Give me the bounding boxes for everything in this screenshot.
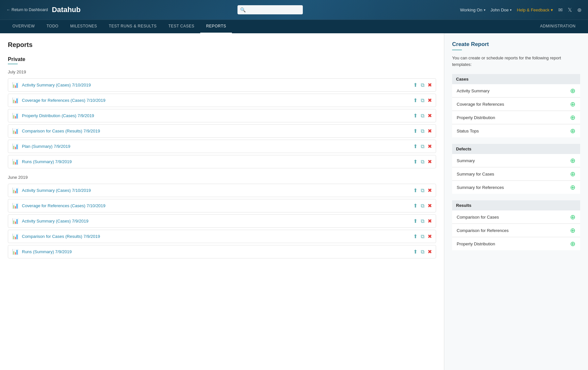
nav-test-cases[interactable]: TEST CASES	[162, 20, 200, 34]
user-caret: ▾	[510, 8, 512, 12]
delete-icon[interactable]: ✖	[428, 113, 432, 119]
table-row: 📊 Coverage for References (Cases) 7/10/2…	[8, 199, 436, 212]
share-icon[interactable]: ⬆	[413, 218, 417, 224]
list-item[interactable]: Comparison for Cases ⊕	[452, 210, 580, 224]
search-input[interactable]	[237, 5, 303, 14]
list-item[interactable]: Coverage for References ⊕	[452, 98, 580, 111]
add-icon[interactable]: ⊕	[570, 101, 576, 107]
copy-icon[interactable]: ⧉	[421, 249, 424, 255]
list-item[interactable]: Summary ⊕	[452, 154, 580, 167]
report-link[interactable]: Coverage for References (Cases) 7/10/201…	[22, 203, 413, 208]
add-icon[interactable]: ⊕	[570, 157, 576, 164]
rss-icon[interactable]: ⊛	[577, 7, 581, 13]
chart-icon: 📊	[12, 203, 19, 209]
add-icon[interactable]: ⊕	[570, 227, 576, 234]
cases-section-header: Cases	[452, 74, 580, 84]
results-section-header: Results	[452, 200, 580, 210]
share-icon[interactable]: ⬆	[413, 128, 417, 134]
add-icon[interactable]: ⊕	[570, 184, 576, 191]
share-icon[interactable]: ⬆	[413, 82, 417, 88]
list-item[interactable]: Summary for References ⊕	[452, 181, 580, 194]
share-icon[interactable]: ⬆	[413, 187, 417, 193]
copy-icon[interactable]: ⧉	[421, 159, 424, 165]
share-icon[interactable]: ⬆	[413, 233, 417, 239]
copy-icon[interactable]: ⧉	[421, 218, 424, 224]
copy-icon[interactable]: ⧉	[421, 128, 424, 134]
list-item[interactable]: Status Tops ⊕	[452, 124, 580, 137]
table-row: 📊 Coverage for References (Cases) 7/10/2…	[8, 94, 436, 107]
table-row: 📊 Runs (Summary) 7/9/2019 ⬆ ⧉ ✖	[8, 245, 436, 258]
report-link[interactable]: Runs (Summary) 7/9/2019	[22, 159, 413, 164]
help-button[interactable]: Help & Feedback ▾	[517, 8, 553, 12]
copy-icon[interactable]: ⧉	[421, 188, 424, 193]
report-link[interactable]: Comparison for Cases (Results) 7/9/2019	[22, 234, 413, 239]
template-name: Comparison for Cases	[457, 215, 499, 220]
return-link[interactable]: ← Return to Dashboard	[7, 8, 48, 12]
copy-icon[interactable]: ⧉	[421, 203, 424, 209]
twitter-icon[interactable]: 𝕏	[568, 7, 572, 13]
list-item[interactable]: Activity Summary ⊕	[452, 84, 580, 98]
copy-icon[interactable]: ⧉	[421, 234, 424, 239]
report-actions: ⬆ ⧉ ✖	[413, 143, 432, 149]
share-icon[interactable]: ⬆	[413, 113, 417, 119]
add-icon[interactable]: ⊕	[570, 240, 576, 247]
list-item[interactable]: Comparison for References ⊕	[452, 224, 580, 237]
copy-icon[interactable]: ⧉	[421, 82, 424, 88]
delete-icon[interactable]: ✖	[428, 203, 432, 209]
report-link[interactable]: Activity Summary (Cases) 7/10/2019	[22, 83, 413, 87]
working-on-button[interactable]: Working On ▾	[460, 8, 485, 12]
list-item[interactable]: Summary for Cases ⊕	[452, 167, 580, 181]
delete-icon[interactable]: ✖	[428, 82, 432, 88]
list-item[interactable]: Property Distribution ⊕	[452, 111, 580, 124]
nav-overview[interactable]: OVERVIEW	[7, 20, 41, 34]
report-link[interactable]: Runs (Summary) 7/9/2019	[22, 249, 413, 254]
chart-icon: 📊	[12, 187, 19, 193]
list-item[interactable]: Property Distribution ⊕	[452, 237, 580, 250]
share-icon[interactable]: ⬆	[413, 143, 417, 149]
add-icon[interactable]: ⊕	[570, 171, 576, 177]
month-july: July 2019	[8, 69, 436, 74]
create-report-title: Create Report	[452, 41, 580, 48]
template-name: Summary	[457, 158, 475, 163]
nav-administration[interactable]: ADMINISTRATION	[534, 20, 581, 34]
report-link[interactable]: Property Distribution (Cases) 7/9/2019	[22, 113, 413, 118]
search-icon: 🔍	[240, 7, 246, 12]
delete-icon[interactable]: ✖	[428, 249, 432, 255]
report-link[interactable]: Activity Summary (Cases) 7/10/2019	[22, 188, 413, 193]
nav-reports[interactable]: REPORTS	[200, 20, 232, 34]
share-icon[interactable]: ⬆	[413, 97, 417, 103]
month-june: June 2019	[8, 175, 436, 180]
mail-icon[interactable]: ✉	[558, 7, 563, 13]
nav-milestones[interactable]: MILESTONES	[64, 20, 103, 34]
report-link[interactable]: Activity Summary (Cases) 7/9/2019	[22, 219, 413, 224]
share-icon[interactable]: ⬆	[413, 159, 417, 165]
share-icon[interactable]: ⬆	[413, 249, 417, 255]
copy-icon[interactable]: ⧉	[421, 98, 424, 103]
copy-icon[interactable]: ⧉	[421, 113, 424, 119]
delete-icon[interactable]: ✖	[428, 218, 432, 224]
report-link[interactable]: Coverage for References (Cases) 7/10/201…	[22, 98, 413, 103]
delete-icon[interactable]: ✖	[428, 143, 432, 149]
add-icon[interactable]: ⊕	[570, 114, 576, 121]
delete-icon[interactable]: ✖	[428, 159, 432, 165]
create-report-desc: You can create or schedule reports for t…	[452, 55, 580, 68]
private-underline	[8, 64, 18, 64]
add-icon[interactable]: ⊕	[570, 128, 576, 134]
nav-test-runs[interactable]: TEST RUNS & RESULTS	[103, 20, 162, 34]
share-icon[interactable]: ⬆	[413, 203, 417, 209]
user-menu-button[interactable]: John Doe ▾	[491, 8, 512, 12]
top-bar: ← Return to Dashboard Datahub 🔍 Working …	[0, 0, 588, 20]
report-link[interactable]: Comparison for Cases (Results) 7/9/2019	[22, 129, 413, 133]
delete-icon[interactable]: ✖	[428, 97, 432, 103]
add-icon[interactable]: ⊕	[570, 87, 576, 94]
table-row: 📊 Runs (Summary) 7/9/2019 ⬆ ⧉ ✖	[8, 155, 436, 168]
report-actions: ⬆ ⧉ ✖	[413, 249, 432, 255]
delete-icon[interactable]: ✖	[428, 128, 432, 134]
nav-todo[interactable]: TODO	[41, 20, 64, 34]
copy-icon[interactable]: ⧉	[421, 144, 424, 149]
report-actions: ⬆ ⧉ ✖	[413, 82, 432, 88]
report-link[interactable]: Plan (Summary) 7/9/2019	[22, 144, 413, 149]
delete-icon[interactable]: ✖	[428, 187, 432, 193]
add-icon[interactable]: ⊕	[570, 214, 576, 220]
delete-icon[interactable]: ✖	[428, 233, 432, 239]
